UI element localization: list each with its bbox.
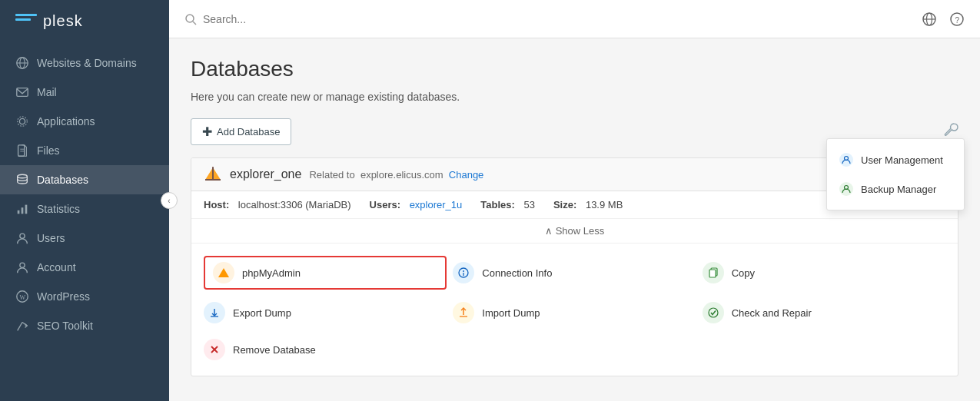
action-phpmyadmin[interactable]: phpMyAdmin <box>204 256 447 290</box>
database-title-section: explorer_one Related to explore.elicus.c… <box>204 166 483 183</box>
connection-info-icon <box>453 262 474 283</box>
main-content: ? Databases Here you can create new or m… <box>169 0 980 401</box>
files-icon <box>15 144 29 157</box>
sidebar-item-seo-toolkit[interactable]: SEO Toolkit <box>0 311 169 340</box>
sidebar-label-applications: Applications <box>37 115 95 128</box>
dropdown-popup: User Management Backup Manager <box>826 138 965 210</box>
sidebar-item-wordpress[interactable]: W WordPress <box>0 282 169 311</box>
database-actions: phpMyAdmin Connection Info Copy <box>191 244 958 376</box>
check-icon <box>703 302 724 323</box>
backup-manager-icon <box>839 182 853 196</box>
sidebar-label-databases: Databases <box>37 174 88 186</box>
plus-icon: ✚ <box>202 124 212 139</box>
export-icon <box>204 302 225 323</box>
search-box[interactable] <box>184 13 341 25</box>
database-user-link[interactable]: explorer_1u <box>410 199 463 210</box>
sidebar-item-files[interactable]: Files <box>0 136 169 165</box>
svg-rect-6 <box>18 145 25 156</box>
show-less-button[interactable]: ∧ Show Less <box>545 225 605 237</box>
svg-point-13 <box>20 234 25 238</box>
copy-action-icon <box>703 262 724 283</box>
globe-icon <box>15 56 29 70</box>
action-check-repair[interactable]: Check and Repair <box>703 299 945 326</box>
sidebar-logo[interactable]: plesk <box>0 0 169 42</box>
svg-point-9 <box>18 174 28 178</box>
sidebar-label-websites: Websites & Domains <box>37 57 137 69</box>
database-related-text: Related to explore.elicus.com Change <box>309 169 483 181</box>
sidebar-item-statistics[interactable]: Statistics <box>0 194 169 224</box>
svg-line-17 <box>18 323 22 331</box>
remove-icon <box>204 339 225 360</box>
svg-point-32 <box>463 270 464 272</box>
sidebar-navigation: Websites & Domains Mail Applications Fil… <box>0 42 169 401</box>
svg-rect-10 <box>18 210 20 214</box>
sidebar-label-seo-toolkit: SEO Toolkit <box>37 320 93 332</box>
svg-text:?: ? <box>955 15 960 24</box>
search-icon <box>184 13 197 25</box>
action-export-dump[interactable]: Export Dump <box>204 299 447 326</box>
add-database-button[interactable]: ✚ Add Database <box>191 118 291 145</box>
sidebar-label-wordpress: WordPress <box>37 290 90 303</box>
account-icon <box>15 260 29 274</box>
svg-marker-30 <box>218 268 229 277</box>
svg-point-4 <box>19 118 25 124</box>
sidebar-label-mail: Mail <box>37 86 57 98</box>
dropdown-item-user-management[interactable]: User Management <box>827 145 964 174</box>
svg-point-20 <box>186 15 194 22</box>
sidebar-logo-text: plesk <box>43 12 83 30</box>
sidebar-item-applications[interactable]: Applications <box>0 107 169 136</box>
svg-line-21 <box>193 22 196 25</box>
sidebar-item-websites[interactable]: Websites & Domains <box>0 48 169 78</box>
database-name: explorer_one <box>230 167 301 181</box>
action-remove-database[interactable]: Remove Database <box>204 336 447 363</box>
svg-rect-35 <box>709 270 716 277</box>
tables-info: Tables: 53 <box>480 199 535 210</box>
svg-point-40 <box>709 308 718 317</box>
topbar-icons: ? <box>922 12 965 27</box>
svg-rect-28 <box>212 167 214 180</box>
import-icon <box>453 302 474 323</box>
page-title: Databases <box>191 57 958 81</box>
plesk-logo-icon <box>15 14 37 29</box>
show-less-row: ∧ Show Less <box>191 219 958 244</box>
svg-rect-3 <box>17 88 28 97</box>
search-input[interactable] <box>203 13 341 25</box>
sidebar-label-account: Account <box>37 261 76 273</box>
svg-text:W: W <box>19 294 25 301</box>
svg-point-14 <box>20 263 25 267</box>
svg-rect-12 <box>25 205 28 214</box>
svg-rect-11 <box>22 207 24 214</box>
sidebar-collapse-button[interactable]: ‹ <box>161 192 178 209</box>
host-info: Host: localhost:3306 (MariaDB) <box>204 199 351 210</box>
help-icon[interactable]: ? <box>949 12 965 27</box>
sidebar: plesk Websites & Domains Mail Applicatio… <box>0 0 169 401</box>
statistics-icon <box>15 202 29 216</box>
sidebar-item-users[interactable]: Users <box>0 224 169 253</box>
databases-icon <box>15 173 29 187</box>
svg-point-5 <box>18 117 28 127</box>
size-info: Size: 13.9 MB <box>553 199 623 210</box>
users-info: Users: explorer_1u <box>370 199 463 210</box>
dropdown-item-backup-manager[interactable]: Backup Manager <box>827 174 964 204</box>
users-icon <box>15 231 29 245</box>
action-copy[interactable]: Copy <box>703 256 945 290</box>
applications-icon <box>15 114 29 128</box>
sailboat-icon <box>204 166 222 183</box>
seo-icon <box>15 319 29 333</box>
user-management-label: User Management <box>861 154 943 166</box>
globe-topbar-icon[interactable] <box>922 12 937 27</box>
topbar: ? <box>169 0 980 38</box>
sidebar-item-databases[interactable]: Databases <box>0 165 169 194</box>
sidebar-item-mail[interactable]: Mail <box>0 78 169 107</box>
wordpress-icon: W <box>15 290 29 303</box>
sidebar-label-statistics: Statistics <box>37 203 80 215</box>
sailboat-action-icon <box>213 262 234 283</box>
action-connection-info[interactable]: Connection Info <box>453 256 696 290</box>
sidebar-label-users: Users <box>37 232 65 244</box>
sidebar-item-account[interactable]: Account <box>0 253 169 282</box>
page-content: Databases Here you can create new or man… <box>169 38 980 401</box>
action-import-dump[interactable]: Import Dump <box>453 299 696 326</box>
change-domain-link[interactable]: Change <box>449 169 484 181</box>
mail-icon <box>15 85 29 99</box>
chevron-up-icon: ∧ <box>545 225 553 237</box>
